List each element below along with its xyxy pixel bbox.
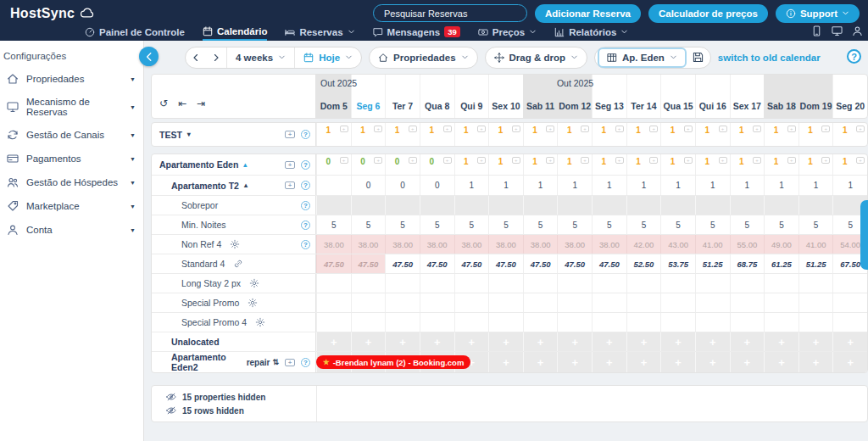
comment-icon[interactable]: + xyxy=(285,131,295,138)
grid-cell[interactable] xyxy=(660,313,695,332)
sidebar-item-mecanismo-de-reservas[interactable]: Mecanismo de Reservas▼ xyxy=(0,91,143,123)
grid-cell[interactable] xyxy=(420,196,454,215)
grid-cell[interactable]: 5 xyxy=(316,215,351,234)
price-cell[interactable]: 55.00 xyxy=(730,235,765,254)
price-cell[interactable]: 47.50 xyxy=(523,254,558,273)
rows-hidden-toggle[interactable]: 15 rows hidden xyxy=(152,404,867,417)
cell-note-icon[interactable]: + xyxy=(753,126,761,132)
device-desktop-button[interactable] xyxy=(832,25,843,40)
add-booking-cell[interactable]: + xyxy=(316,332,351,351)
price-cell[interactable]: 42.00 xyxy=(626,235,661,254)
price-cell[interactable]: 47.50 xyxy=(420,254,454,273)
cell-note-icon[interactable]: + xyxy=(581,126,589,132)
help-icon[interactable]: ? xyxy=(301,220,310,230)
cell-note-icon[interactable]: + xyxy=(581,157,589,164)
grid-cell[interactable]: 0+ xyxy=(385,154,420,175)
derived-rate-icon[interactable] xyxy=(255,317,265,327)
add-reservation-button[interactable]: Adicionar Reserva xyxy=(535,4,641,23)
grid-cell[interactable] xyxy=(730,196,765,215)
grid-cell[interactable]: 5 xyxy=(798,215,833,234)
grid-cell[interactable] xyxy=(420,274,454,293)
linked-rate-icon[interactable] xyxy=(233,259,243,269)
grid-cell[interactable]: 1 xyxy=(730,176,765,195)
grid-cell[interactable] xyxy=(454,274,489,293)
price-cell[interactable]: 38.00 xyxy=(592,235,626,254)
sidebar-item-gest-o-de-canais[interactable]: Gestão de Canais▼ xyxy=(0,123,143,147)
grid-cell[interactable]: 1+ xyxy=(730,123,765,146)
grid-cell[interactable]: 5 xyxy=(626,215,661,234)
cell-note-icon[interactable]: + xyxy=(719,157,727,164)
help-icon[interactable]: ? xyxy=(301,181,310,190)
grid-cell[interactable]: 1+ xyxy=(454,154,489,175)
add-booking-cell[interactable]: + xyxy=(730,352,765,372)
derived-rate-icon[interactable] xyxy=(249,278,259,288)
grid-cell[interactable]: 0+ xyxy=(351,154,386,175)
grid-cell[interactable] xyxy=(626,196,661,215)
prev-period-button[interactable] xyxy=(186,47,206,68)
grid-cell[interactable] xyxy=(420,293,454,312)
grid-cell[interactable] xyxy=(592,313,626,332)
save-view-button[interactable] xyxy=(689,52,710,63)
cell-note-icon[interactable]: + xyxy=(546,126,554,132)
help-icon[interactable]: ? xyxy=(301,201,310,210)
add-booking-cell[interactable]: + xyxy=(730,332,765,351)
grid-cell[interactable]: 1+ xyxy=(488,123,523,146)
grid-cell[interactable] xyxy=(316,176,351,195)
add-booking-cell[interactable]: + xyxy=(385,332,420,351)
add-booking-cell[interactable]: + xyxy=(592,332,626,351)
switch-old-calendar-link[interactable]: switch to old calendar xyxy=(718,53,821,63)
grid-cell[interactable]: 0 xyxy=(385,176,420,195)
price-cell[interactable]: 53.75 xyxy=(660,254,695,273)
derived-rate-icon[interactable] xyxy=(230,239,240,249)
grid-cell[interactable] xyxy=(764,293,798,312)
grid-cell[interactable] xyxy=(730,313,765,332)
grid-cell[interactable] xyxy=(660,293,695,312)
grid-cell[interactable]: 1+ xyxy=(454,123,489,146)
grid-cell[interactable] xyxy=(523,313,558,332)
grid-cell[interactable] xyxy=(488,196,523,215)
sidebar-item-marketplace[interactable]: Marketplace▼ xyxy=(0,194,143,218)
price-cell[interactable]: 68.75 xyxy=(730,254,765,273)
cell-note-icon[interactable]: + xyxy=(409,157,417,164)
add-booking-cell[interactable]: + xyxy=(488,352,523,372)
comment-icon[interactable]: + xyxy=(285,359,295,366)
grid-cell[interactable]: 1 xyxy=(660,176,695,195)
cell-note-icon[interactable]: + xyxy=(340,126,348,132)
grid-cell[interactable]: 0 xyxy=(420,176,454,195)
grid-cell[interactable] xyxy=(488,274,523,293)
add-booking-cell[interactable]: + xyxy=(695,332,730,351)
cell-note-icon[interactable]: + xyxy=(443,126,452,132)
grid-cell[interactable]: 1+ xyxy=(695,123,730,146)
grid-cell[interactable]: 1+ xyxy=(351,123,386,146)
nav-item-pre-os[interactable]: Preços xyxy=(478,23,537,41)
grid-cell[interactable] xyxy=(523,196,558,215)
grid-cell[interactable] xyxy=(730,293,765,312)
add-booking-cell[interactable]: + xyxy=(832,332,867,351)
grid-cell[interactable] xyxy=(832,274,867,293)
row-header-apartamento-t2[interactable]: Apartamento T2▴+? xyxy=(152,176,316,195)
grid-cell[interactable]: 1+ xyxy=(316,123,351,146)
grid-cell[interactable]: 1 xyxy=(832,176,867,195)
add-booking-cell[interactable]: + xyxy=(626,332,661,351)
grid-cell[interactable]: 1+ xyxy=(798,123,833,146)
add-booking-cell[interactable]: + xyxy=(798,352,833,372)
jump-to-end-button[interactable]: ⇥ xyxy=(197,98,205,109)
grid-cell[interactable]: 5 xyxy=(764,215,798,234)
grid-cell[interactable] xyxy=(695,274,730,293)
grid-cell[interactable] xyxy=(316,274,351,293)
price-cell[interactable]: 47.50 xyxy=(385,254,420,273)
add-booking-cell[interactable]: + xyxy=(351,332,386,351)
grid-cell[interactable] xyxy=(592,293,626,312)
grid-cell[interactable] xyxy=(351,274,386,293)
row-header-min-noites[interactable]: Min. Noites? xyxy=(152,215,316,234)
grid-cell[interactable]: 1+ xyxy=(592,123,626,146)
price-calculator-button[interactable]: Calculador de preços xyxy=(648,4,768,23)
add-booking-cell[interactable]: + xyxy=(592,352,626,372)
grid-cell[interactable]: 5 xyxy=(660,215,695,234)
add-booking-cell[interactable]: + xyxy=(764,352,798,372)
grid-cell[interactable] xyxy=(351,313,386,332)
grid-cell[interactable] xyxy=(660,274,695,293)
cell-note-icon[interactable]: + xyxy=(615,126,624,132)
cell-note-icon[interactable]: + xyxy=(649,157,658,164)
grid-cell[interactable]: 1+ xyxy=(660,154,695,175)
